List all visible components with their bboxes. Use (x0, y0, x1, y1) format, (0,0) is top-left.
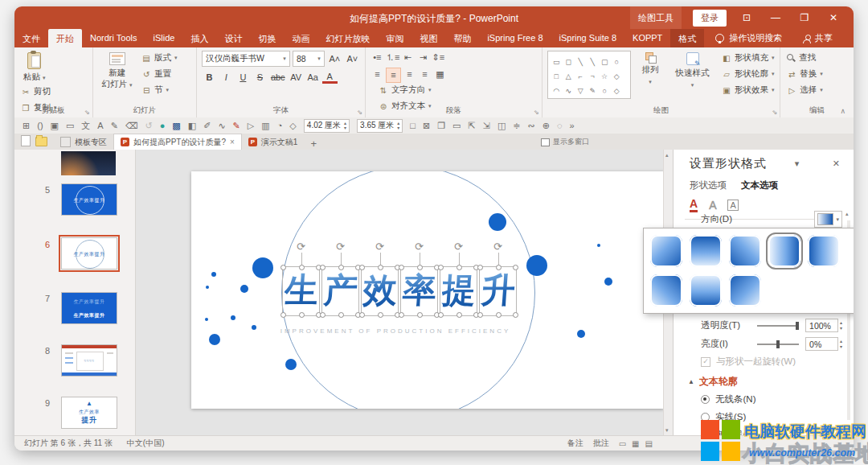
open-folder-icon[interactable] (35, 137, 47, 146)
slide-thumbnail-7[interactable]: 生产效率提升 生产效率提升 (61, 292, 117, 324)
tab-koppt[interactable]: KOPPT (624, 29, 670, 47)
shape-glyph[interactable]: ☆ (599, 72, 611, 80)
brackets-icon[interactable]: () (37, 120, 43, 131)
tab-review[interactable]: 审阅 (378, 29, 411, 47)
document-tab-active[interactable]: P如何提高PPT的设计质量?× (113, 134, 242, 150)
gradient-diag-tr-bl[interactable] (729, 235, 761, 267)
bold-button[interactable]: B (202, 71, 217, 84)
ring-icon[interactable]: ◌ (557, 120, 563, 131)
align-mid-icon[interactable]: ≑ (513, 120, 520, 131)
transparency-value-field[interactable]: 100% (805, 319, 838, 332)
gradient-down[interactable] (690, 235, 722, 267)
tab-help[interactable]: 帮助 (445, 29, 479, 47)
picture-icon[interactable]: ▩ (172, 120, 180, 131)
scroll-up-icon[interactable]: ▴ (665, 152, 669, 158)
brush-icon[interactable]: ✎ (111, 120, 118, 131)
gradient-direction-dropdown[interactable]: ▾ (814, 211, 842, 228)
strikethrough-button[interactable]: abc (269, 71, 287, 84)
sign-in-button[interactable]: 登录 (693, 10, 727, 27)
font-dialog-launcher[interactable]: ⇘ (357, 109, 362, 116)
justify-button[interactable]: ≡ (418, 68, 432, 81)
rotation-handle-icon[interactable]: ⟳ (440, 241, 477, 252)
brightness-value-field[interactable]: 0% (805, 337, 838, 351)
arrange-button[interactable]: 排列▾ (634, 51, 666, 87)
rotation-handle-icon[interactable]: ⟳ (401, 241, 437, 252)
rotate-with-shape-checkbox[interactable]: ✓ 与形状一起旋转(W) (674, 356, 842, 368)
select-box-icon[interactable]: □ (410, 120, 416, 131)
clipboard-dialog-launcher[interactable]: ⇘ (84, 109, 90, 116)
drawing-dialog-launcher[interactable]: ⇘ (772, 109, 778, 116)
italic-button[interactable]: I (219, 71, 234, 84)
close-tab-icon[interactable]: × (230, 138, 235, 146)
shrink-font-button[interactable]: A˅ (345, 52, 360, 65)
numbering-button[interactable]: ⒈≡ (386, 51, 399, 64)
shape-fill-button[interactable]: ◧形状填充 ▾ (722, 51, 775, 65)
shape-options-tab[interactable]: 形状选项 (690, 179, 727, 191)
eraser-icon[interactable]: ⌫ (125, 120, 138, 131)
rotation-handle-icon[interactable]: ⟳ (362, 241, 398, 252)
collapse-ribbon-icon[interactable]: ∧ (840, 107, 845, 115)
font-size-combo[interactable]: 88▾ (293, 51, 325, 67)
slide-thumbnail-6-selected[interactable]: 生产效率提升 (61, 237, 117, 270)
title-textbox-selection[interactable]: ⟳ 生 ⟳ 产 ⟳ (282, 266, 517, 316)
textbox-icon[interactable]: ▭ (66, 120, 74, 131)
decorative-dot[interactable] (577, 330, 585, 338)
gradient-diag-bl-tr[interactable] (650, 274, 682, 307)
indent-button[interactable]: ⇥ (416, 51, 430, 64)
shape-glyph[interactable]: ✎ (587, 87, 599, 95)
tab-insert[interactable]: 插入 (182, 29, 216, 47)
line-spacing-button[interactable]: ⇕≡ (432, 51, 445, 64)
add-icon[interactable]: ⊕ (542, 120, 550, 131)
decorative-dot[interactable] (206, 286, 209, 289)
gradient-up[interactable] (690, 274, 722, 307)
tab-transitions[interactable]: 切换 (250, 29, 284, 47)
brightness-slider[interactable] (757, 344, 799, 345)
shape-outline-button[interactable]: ▱形状轮廓 ▾ (722, 67, 775, 81)
notes-button[interactable]: 备注 (567, 438, 583, 449)
cut-button[interactable]: ✂剪切 (21, 84, 59, 99)
restore-button[interactable]: ❐ (796, 12, 813, 23)
title-character-box[interactable]: ⟳ 升 (479, 266, 517, 316)
title-character-box[interactable]: ⟳ 效 (361, 266, 399, 316)
font-color-button[interactable]: A (322, 70, 338, 84)
close-button[interactable]: ✕ (825, 12, 842, 23)
slider-thumb[interactable] (796, 322, 799, 330)
rotate-left-icon[interactable]: ⇱ (469, 120, 476, 131)
decorative-dot[interactable] (252, 257, 273, 278)
textbox-options-icon[interactable]: A (727, 200, 738, 211)
change-case-button[interactable]: Aa (305, 71, 321, 84)
shape-effects-button[interactable]: ▣形状效果 ▾ (722, 83, 775, 97)
tab-ispring-free[interactable]: iSpring Free 8 (479, 29, 551, 47)
rotation-handle-icon[interactable]: ⟳ (480, 241, 516, 252)
paste-button[interactable]: 粘贴 ▾ (19, 51, 49, 84)
scroll-down-icon[interactable]: ▾ (665, 427, 669, 434)
shape-glyph[interactable]: ▭ (551, 58, 563, 66)
select-button[interactable]: ▷选择 ▾ (787, 83, 823, 97)
document-tab-2[interactable]: P演示文稿1 (242, 134, 305, 150)
slide-canvas[interactable]: ⟳ 生 ⟳ 产 ⟳ (135, 150, 674, 436)
section-button[interactable]: ⊟节 ▾ (141, 83, 178, 97)
shape-circle-icon[interactable]: ● (160, 120, 166, 131)
shape-glyph[interactable]: ▢ (599, 58, 611, 66)
title-character-box[interactable]: ⟳ 产 (321, 266, 359, 316)
minimize-button[interactable]: — (767, 12, 784, 23)
scroll-up-icon[interactable]: ▴ (845, 211, 849, 217)
chart-icon[interactable]: ▥ (261, 120, 269, 131)
spin-down-icon[interactable]: ▾ (840, 326, 842, 331)
ink-icon[interactable]: ∿ (218, 120, 225, 131)
decorative-dot[interactable] (285, 359, 297, 370)
decorative-dot[interactable] (489, 213, 506, 231)
tab-slideshow[interactable]: 幻灯片放映 (317, 29, 378, 47)
shapes-gallery[interactable]: ▭◻╲╲▢○□△⌐¬☆◇◠∿▽✎○◇ (547, 51, 631, 99)
title-character-box[interactable]: ⟳ 生 (282, 266, 320, 316)
slide-sorter-icon[interactable]: ▦ (632, 439, 639, 448)
shape-glyph[interactable]: ╲ (587, 58, 599, 66)
text-outline-section-header[interactable]: ▲ 文本轮廓 (674, 375, 842, 389)
decorative-dot[interactable] (526, 255, 547, 276)
tab-design[interactable]: 设计 (216, 29, 250, 47)
copy-format-icon[interactable]: ❐ (437, 120, 445, 131)
new-slide-button[interactable]: 新建幻灯片 ▾ (98, 51, 137, 92)
transparency-slider[interactable] (757, 325, 799, 327)
frame-icon[interactable]: ▭ (452, 120, 461, 131)
shape-glyph[interactable]: △ (563, 72, 575, 80)
